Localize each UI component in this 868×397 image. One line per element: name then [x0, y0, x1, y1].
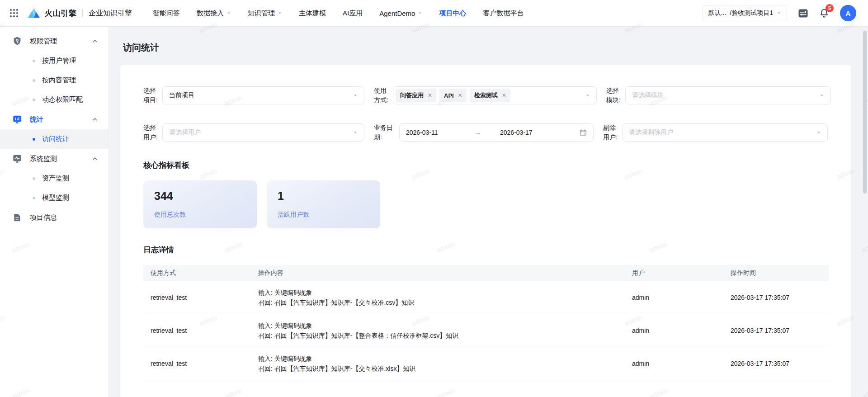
sidebar-item-dynamic-permission[interactable]: 动态权限匹配 [0, 90, 108, 109]
cell-operation: 输入: 关键编码现象 召回: 召回【汽车知识库】知识库-【整合表格：信任校准框架… [251, 314, 625, 347]
remove-tag-icon[interactable]: ✕ [458, 93, 462, 98]
feedback-icon[interactable] [798, 9, 808, 18]
cell-method: retrieval_test [143, 347, 251, 380]
filter-module: 选择模块: 请选择模块 [606, 86, 831, 105]
nav-item-knowledge-mgmt[interactable]: 知识管理 [248, 9, 282, 18]
user-select[interactable]: 请选择用户 [162, 123, 364, 142]
metrics-title: 核心指标看板 [143, 160, 829, 170]
nav-item-agent-demo[interactable]: AgentDemo [379, 9, 422, 17]
filter-project-label: 选择项目: [143, 86, 159, 105]
nav-item-entity-modeling[interactable]: 主体建模 [299, 9, 326, 18]
sidebar-group-system-monitor[interactable]: 系统监测 [0, 149, 108, 169]
chevron-up-icon [92, 38, 98, 44]
remove-tag-icon[interactable]: ✕ [502, 93, 506, 98]
sidebar-item-access-stats[interactable]: 访问统计 [0, 129, 108, 149]
cell-time: 2026-03-17 17:35:07 [723, 347, 829, 380]
project-select[interactable]: 当前项目 [162, 86, 364, 104]
column-header-operation: 操作内容 [251, 265, 625, 281]
user-avatar[interactable]: A [840, 5, 856, 21]
sidebar-item-user-mgmt[interactable]: 按用户管理 [0, 51, 108, 71]
volcano-logo-icon[interactable] [27, 7, 41, 19]
filter-project: 选择项目: 当前项目 [143, 86, 364, 105]
column-header-method: 使用方式 [143, 265, 251, 281]
exclude-user-select[interactable]: 请选择剔除用户 [622, 123, 828, 142]
table-row: retrieval_test 输入: 关键编码现象 召回: 召回【汽车知识库】知… [143, 314, 829, 347]
sidebar-group-statistics[interactable]: 统计 [0, 109, 108, 129]
navbar-right: 默认... /验收测试项目1 5 A [703, 5, 856, 21]
brand-name: 火山引擎 [45, 8, 76, 19]
product-name: 企业知识引擎 [89, 9, 132, 18]
bullet-dot-icon [33, 197, 35, 199]
chevron-down-icon [813, 130, 821, 135]
chevron-up-icon [92, 156, 98, 161]
cell-time: 2026-03-17 17:35:07 [723, 281, 829, 314]
shield-key-icon [12, 36, 23, 47]
filter-module-label: 选择模块: [606, 86, 622, 105]
filter-usage-label: 使用方式: [374, 86, 389, 105]
bullet-dot-icon [33, 177, 35, 180]
column-header-time: 操作时间 [723, 265, 829, 281]
sidebar-item-content-mgmt[interactable]: 按内容管理 [0, 71, 108, 90]
app-grid-icon[interactable] [10, 9, 18, 17]
metric-cards: 344 使用总次数 1 活跃用户数 [143, 180, 829, 228]
op-recall: 召回: 召回【汽车知识库】知识库-【整合表格：信任校准框架.csv】知识 [258, 331, 618, 340]
project-selector[interactable]: 默认... /验收测试项目1 [703, 5, 787, 21]
filter-row-2: 选择用户: 请选择用户 业务日期: 2026-03-11 → 2026-03-1… [143, 123, 829, 142]
stat-value: 1 [278, 189, 369, 203]
op-input: 输入: 关键编码现象 [258, 288, 618, 297]
vertical-scrollbar[interactable] [863, 31, 867, 194]
remove-tag-icon[interactable]: ✕ [428, 93, 432, 98]
filter-user-label: 选择用户: [143, 123, 159, 142]
sidebar-item-asset-monitor[interactable]: 资产监测 [0, 169, 108, 188]
nav-item-ai-app[interactable]: AI应用 [343, 9, 363, 18]
start-date[interactable]: 2026-03-11 [406, 129, 475, 136]
cell-user: admin [625, 281, 723, 314]
tag-retrieval-test: 检索测试 ✕ [470, 89, 510, 102]
bullet-dot-icon [33, 138, 35, 141]
chevron-down-icon [278, 11, 282, 15]
chevron-down-icon [349, 93, 358, 98]
notification-badge: 5 [826, 4, 834, 12]
usage-multiselect[interactable]: 问答应用 ✕ API ✕ 检索测试 ✕ [393, 86, 597, 104]
brand-divider [82, 9, 83, 17]
notification-bell-icon[interactable]: 5 [819, 8, 829, 18]
date-range-picker[interactable]: 2026-03-11 → 2026-03-17 [399, 123, 594, 142]
chevron-down-icon [349, 130, 358, 135]
filter-usage: 使用方式: 问答应用 ✕ API ✕ 检索测试 ✕ [374, 86, 597, 105]
stat-card-total-usage: 344 使用总次数 [143, 180, 257, 228]
project-selector-path: /验收测试项目1 [730, 9, 773, 17]
table-row: retrieval_test 输入: 关键编码现象 召回: 召回【汽车知识库】知… [143, 281, 829, 314]
document-icon [12, 212, 23, 223]
tag-api: API ✕ [439, 89, 467, 102]
nav-item-customer-data-platform[interactable]: 客户数据平台 [483, 9, 524, 18]
chevron-down-icon [226, 11, 231, 15]
filter-exclude-label: 剔除用户: [603, 123, 618, 142]
nav-item-data-ingest[interactable]: 数据接入 [197, 9, 231, 18]
filter-user: 选择用户: 请选择用户 [143, 123, 364, 142]
cell-operation: 输入: 关键编码现象 召回: 召回【汽车知识库】知识库-【交互校准.csv】知识 [251, 281, 625, 314]
sidebar-group-project-info[interactable]: 项目信息 [0, 208, 108, 227]
nav-item-project-center[interactable]: 项目中心 [439, 9, 466, 18]
main-nav: 智能问答 数据接入 知识管理 主体建模 AI应用 AgentDemo 项目中心 [153, 9, 524, 18]
cell-user: admin [625, 314, 723, 347]
stat-value: 344 [154, 189, 246, 203]
chevron-down-icon [777, 11, 781, 15]
filter-date: 业务日期: 2026-03-11 → 2026-03-17 [374, 123, 594, 142]
pulse-monitor-icon [12, 153, 23, 164]
cell-method: retrieval_test [143, 314, 251, 347]
top-navbar: 火山引擎 企业知识引擎 智能问答 数据接入 知识管理 主体建模 AI应用 Age… [0, 0, 868, 27]
sidebar-item-model-monitor[interactable]: 模型监测 [0, 188, 108, 208]
chevron-down-icon [816, 93, 824, 98]
bar-chart-icon [12, 114, 23, 125]
sidebar-group-permission[interactable]: 权限管理 [0, 31, 108, 51]
project-selector-org: 默认... [708, 9, 726, 17]
chevron-up-icon [92, 117, 98, 122]
stat-label: 活跃用户数 [278, 211, 369, 219]
module-select[interactable]: 请选择模块 [625, 86, 831, 104]
calendar-icon [580, 129, 587, 136]
nav-item-smart-qa[interactable]: 智能问答 [153, 9, 180, 18]
cell-time: 2026-03-17 17:35:07 [723, 314, 829, 347]
end-date[interactable]: 2026-03-17 [500, 129, 580, 136]
op-recall: 召回: 召回【汽车知识库】知识库-【交互校准.xlsx】知识 [258, 364, 618, 373]
log-table: 使用方式 操作内容 用户 操作时间 retrieval_test 输入: 关键编… [143, 265, 829, 380]
